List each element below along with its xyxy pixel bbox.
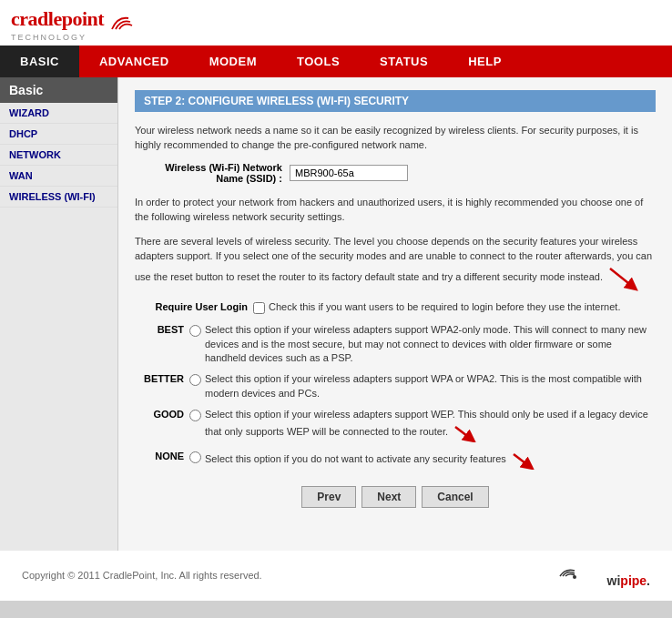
- option-none-radio[interactable]: [189, 451, 201, 463]
- sidebar-item-dhcp[interactable]: DHCP: [0, 124, 117, 145]
- next-button[interactable]: Next: [361, 486, 416, 508]
- arrow-annotation-1: [606, 264, 642, 291]
- option-better-text: Select this option if your wireless adap…: [201, 372, 656, 400]
- header: cradlepoint TECHNOLOGY: [0, 0, 672, 46]
- sidebar-item-wireless[interactable]: WIRELESS (WI-FI): [0, 187, 117, 208]
- intro-text: Your wireless network needs a name so it…: [135, 123, 656, 153]
- logo: cradlepoint TECHNOLOGY: [11, 7, 137, 42]
- require-login-text: Check this if you want users to be requi…: [265, 300, 620, 314]
- step-title: STEP 2: CONFIGURE WIRELESS (WI-FI) SECUR…: [135, 90, 656, 112]
- require-login-row: Require User Login Check this if you wan…: [135, 300, 656, 314]
- option-none-text: Select this option if you do not want to…: [201, 450, 536, 470]
- require-login-label: Require User Login: [135, 300, 253, 312]
- wipipe-icon: [558, 563, 604, 585]
- option-good-text: Select this option if your wireless adap…: [201, 408, 656, 441]
- nav-tools[interactable]: TOOLS: [277, 46, 360, 77]
- option-good-radio[interactable]: [189, 410, 201, 421]
- nav-modem[interactable]: MODEM: [189, 46, 277, 77]
- content-area: STEP 2: CONFIGURE WIRELESS (WI-FI) SECUR…: [118, 77, 672, 551]
- ssid-row: Wireless (Wi-Fi) NetworkName (SSID) :: [135, 162, 656, 184]
- option-better-radio[interactable]: [189, 374, 201, 386]
- arrow-annotation-3: [509, 450, 536, 470]
- navbar: BASIC ADVANCED MODEM TOOLS STATUS HELP: [0, 46, 672, 77]
- sidebar-item-network[interactable]: NETWORK: [0, 145, 117, 166]
- prev-button[interactable]: Prev: [301, 486, 356, 508]
- option-none-label: NONE: [135, 450, 189, 461]
- main-layout: Basic WIZARD DHCP NETWORK WAN WIRELESS (…: [0, 77, 672, 551]
- sidebar-header: Basic: [0, 77, 117, 103]
- levels-text: There are several levels of wireless sec…: [135, 234, 656, 291]
- footer: Copyright © 2011 CradlePoint, Inc. All r…: [0, 551, 672, 601]
- logo-name: cradlepoint: [11, 7, 104, 30]
- ssid-label: Wireless (Wi-Fi) NetworkName (SSID) :: [135, 162, 290, 184]
- footer-copyright: Copyright © 2011 CradlePoint, Inc. All r…: [22, 570, 262, 581]
- sidebar: Basic WIZARD DHCP NETWORK WAN WIRELESS (…: [0, 77, 118, 551]
- option-best-row: BEST Select this option if your wireless…: [135, 323, 656, 365]
- option-good-label: GOOD: [135, 408, 189, 420]
- option-best-label: BEST: [135, 323, 189, 335]
- nav-status[interactable]: STATUS: [360, 46, 448, 77]
- warning-text: In order to protect your network from ha…: [135, 195, 656, 225]
- option-good-row: GOOD Select this option if your wireless…: [135, 408, 656, 441]
- option-better-label: BETTER: [135, 372, 189, 384]
- option-none-row: NONE Select this option if you do not wa…: [135, 450, 656, 470]
- wipipe-logo: wipipe.: [558, 563, 650, 588]
- require-login-checkbox[interactable]: [253, 302, 265, 314]
- cancel-button[interactable]: Cancel: [422, 486, 488, 508]
- sidebar-item-wizard[interactable]: WIZARD: [0, 103, 117, 124]
- logo-signal-icon: [108, 13, 137, 33]
- option-best-text: Select this option if your wireless adap…: [201, 323, 656, 365]
- security-block: Require User Login Check this if you wan…: [135, 300, 656, 470]
- option-better-row: BETTER Select this option if your wirele…: [135, 372, 656, 400]
- svg-point-0: [573, 575, 576, 579]
- nav-advanced[interactable]: ADVANCED: [79, 46, 189, 77]
- nav-help[interactable]: HELP: [448, 46, 522, 77]
- ssid-input[interactable]: [290, 165, 408, 181]
- option-best-radio[interactable]: [189, 325, 201, 337]
- logo-subtitle: TECHNOLOGY: [11, 33, 137, 42]
- sidebar-item-wan[interactable]: WAN: [0, 166, 117, 187]
- arrow-annotation-2: [451, 422, 478, 442]
- button-row: Prev Next Cancel: [135, 486, 656, 508]
- nav-basic[interactable]: BASIC: [0, 46, 79, 77]
